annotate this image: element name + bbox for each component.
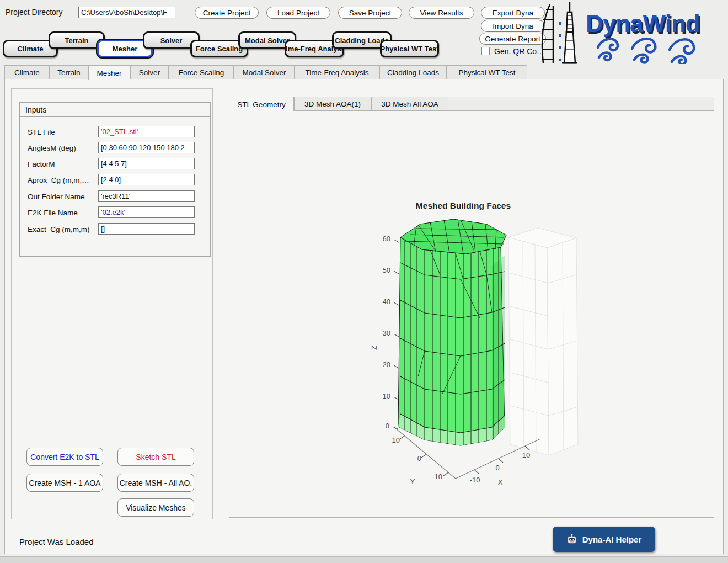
save-project-button[interactable]: Save Project	[338, 7, 402, 19]
meshed-building	[398, 219, 506, 445]
x-tick-n10: -10	[470, 476, 480, 484]
view-results-button[interactable]: View Results	[409, 7, 474, 19]
load-project-button[interactable]: Load Project	[266, 7, 330, 19]
x-tick-0: 0	[495, 464, 499, 472]
logo-text: DynaWind	[586, 10, 700, 38]
module-button-terrain[interactable]: Terrain	[49, 31, 105, 49]
tab-force-scaling[interactable]: Force Scaling	[169, 65, 234, 79]
tab-physical-wt[interactable]: Physical WT Test	[447, 65, 527, 79]
gen-qr-checkbox[interactable]	[481, 47, 490, 55]
tab-cladding-loads[interactable]: Cladding Loads	[379, 65, 447, 79]
plot-tab-3d-mesh-all[interactable]: 3D Mesh All AOA	[371, 97, 448, 111]
plot-tab-3d-mesh-aoa1[interactable]: 3D Mesh AOA(1)	[294, 97, 371, 111]
tab-terrain[interactable]: Terrain	[50, 65, 88, 79]
generate-report-button[interactable]: Generate Report	[479, 33, 546, 45]
z-tick-0: 0	[386, 422, 389, 430]
tab-climate[interactable]: Climate	[4, 65, 50, 79]
tab-mesher[interactable]: Mesher	[88, 65, 130, 80]
x-axis-label: X	[498, 478, 503, 486]
ghost-mesh	[508, 228, 578, 455]
plot-tab-stl-geometry[interactable]: STL Geometry	[229, 97, 294, 111]
plot-title: Meshed Building Faces	[353, 201, 574, 211]
logo-tower-icon	[537, 1, 590, 65]
z-axis-label: Z	[370, 346, 378, 350]
inputs-groupbox: Inputs	[19, 102, 211, 257]
tab-solver[interactable]: Solver	[130, 65, 169, 79]
create-project-button[interactable]: Create Project	[195, 7, 259, 19]
dyna-ai-helper-label: Dyna-AI Helper	[582, 535, 642, 544]
stl-geometry-3d-plot[interactable]: 60 50 40 30 20 10 0 Z 10 0 -10 Y -10 0 1…	[347, 213, 607, 505]
convert-e2k-button[interactable]: Convert E2K to STL	[26, 448, 103, 466]
wind-swirls-icon	[596, 35, 706, 64]
create-msh-all-button[interactable]: Create MSH - All AO.	[117, 474, 194, 492]
export-dyna-button[interactable]: Export Dyna	[481, 7, 545, 19]
module-button-physical-wt[interactable]: Physical WT Test	[380, 40, 439, 57]
y-axis-label: Y	[410, 477, 415, 486]
z-tick-60: 60	[383, 235, 390, 243]
y-tick-0: 0	[417, 454, 421, 463]
project-directory-label: Project Directory	[6, 8, 62, 17]
tab-modal-solver[interactable]: Modal Solver	[234, 65, 295, 79]
visualize-meshes-button[interactable]: Visualize Meshes	[117, 498, 194, 517]
y-tick-n10: -10	[432, 472, 442, 481]
z-tick-50: 50	[383, 266, 390, 274]
dyna-ai-helper-button[interactable]: Dyna-AI Helper	[553, 527, 655, 552]
x-tick-10: 10	[522, 451, 530, 459]
z-tick-40: 40	[383, 298, 390, 306]
y-tick-10: 10	[392, 436, 400, 444]
project-directory-input[interactable]	[78, 7, 175, 18]
sketch-stl-button[interactable]: Sketch STL	[117, 448, 194, 466]
robot-icon	[566, 534, 577, 545]
tab-time-freq[interactable]: Time-Freq Analysis	[295, 65, 379, 79]
z-tick-20: 20	[383, 360, 390, 369]
status-message: Project Was Loaded	[19, 537, 94, 546]
import-dyna-button[interactable]: Import Dyna	[481, 20, 545, 32]
bottom-strip	[0, 556, 728, 563]
z-tick-10: 10	[383, 392, 390, 400]
create-msh-1aoa-button[interactable]: Create MSH - 1 AOA	[26, 474, 103, 492]
z-tick-30: 30	[383, 329, 390, 337]
inputs-groupbox-title: Inputs	[20, 103, 210, 117]
